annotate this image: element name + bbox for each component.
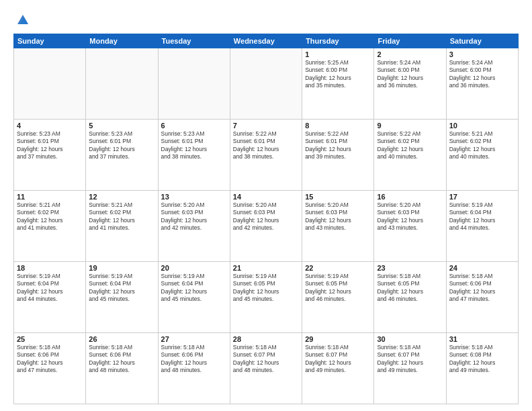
logo-icon <box>15 12 31 28</box>
day-number: 30 <box>377 335 443 343</box>
table-row: 5Sunrise: 5:23 AMSunset: 6:01 PMDaylight… <box>86 120 158 191</box>
calendar-week-row: 18Sunrise: 5:19 AMSunset: 6:04 PMDayligh… <box>14 262 519 333</box>
day-number: 10 <box>449 122 515 130</box>
day-number: 16 <box>377 193 443 201</box>
table-row: 12Sunrise: 5:21 AMSunset: 6:02 PMDayligh… <box>86 191 158 262</box>
table-row: 6Sunrise: 5:23 AMSunset: 6:01 PMDaylight… <box>158 120 230 191</box>
table-row: 10Sunrise: 5:21 AMSunset: 6:02 PMDayligh… <box>446 120 518 191</box>
day-number: 23 <box>377 264 443 272</box>
day-content: Sunrise: 5:18 AMSunset: 6:06 PMDaylight:… <box>17 344 83 375</box>
day-number: 27 <box>161 335 227 343</box>
table-row: 9Sunrise: 5:22 AMSunset: 6:02 PMDaylight… <box>374 120 446 191</box>
calendar-week-row: 11Sunrise: 5:21 AMSunset: 6:02 PMDayligh… <box>14 191 519 262</box>
day-number: 18 <box>17 264 83 272</box>
day-number: 17 <box>449 193 515 201</box>
day-number: 19 <box>89 264 154 272</box>
table-row: 17Sunrise: 5:19 AMSunset: 6:04 PMDayligh… <box>446 191 518 262</box>
day-content: Sunrise: 5:24 AMSunset: 6:00 PMDaylight:… <box>377 59 443 90</box>
table-row: 19Sunrise: 5:19 AMSunset: 6:04 PMDayligh… <box>86 262 158 333</box>
table-row: 16Sunrise: 5:20 AMSunset: 6:03 PMDayligh… <box>374 191 446 262</box>
day-content: Sunrise: 5:18 AMSunset: 6:06 PMDaylight:… <box>161 344 227 375</box>
day-content: Sunrise: 5:19 AMSunset: 6:04 PMDaylight:… <box>17 273 83 304</box>
day-number: 2 <box>377 50 443 58</box>
table-row: 8Sunrise: 5:22 AMSunset: 6:01 PMDaylight… <box>302 120 374 191</box>
day-content: Sunrise: 5:21 AMSunset: 6:02 PMDaylight:… <box>449 130 515 161</box>
day-content: Sunrise: 5:18 AMSunset: 6:05 PMDaylight:… <box>377 273 443 304</box>
col-wednesday: Wednesday <box>230 34 302 48</box>
table-row: 3Sunrise: 5:24 AMSunset: 6:00 PMDaylight… <box>446 48 518 120</box>
table-row: 15Sunrise: 5:20 AMSunset: 6:03 PMDayligh… <box>302 191 374 262</box>
table-row: 2Sunrise: 5:24 AMSunset: 6:00 PMDaylight… <box>374 48 446 120</box>
day-content: Sunrise: 5:21 AMSunset: 6:02 PMDaylight:… <box>89 201 154 232</box>
day-content: Sunrise: 5:18 AMSunset: 6:07 PMDaylight:… <box>377 344 443 375</box>
day-content: Sunrise: 5:19 AMSunset: 6:05 PMDaylight:… <box>305 273 371 304</box>
day-content: Sunrise: 5:20 AMSunset: 6:03 PMDaylight:… <box>305 201 371 232</box>
day-content: Sunrise: 5:18 AMSunset: 6:07 PMDaylight:… <box>305 344 371 375</box>
page: Sunday Monday Tuesday Wednesday Thursday… <box>0 0 532 411</box>
table-row: 18Sunrise: 5:19 AMSunset: 6:04 PMDayligh… <box>14 262 86 333</box>
table-row: 24Sunrise: 5:18 AMSunset: 6:06 PMDayligh… <box>446 262 518 333</box>
day-content: Sunrise: 5:18 AMSunset: 6:06 PMDaylight:… <box>449 273 515 304</box>
day-content: Sunrise: 5:22 AMSunset: 6:01 PMDaylight:… <box>233 130 299 161</box>
day-number: 11 <box>17 193 83 201</box>
table-row: 1Sunrise: 5:25 AMSunset: 6:00 PMDaylight… <box>302 48 374 120</box>
col-sunday: Sunday <box>14 34 86 48</box>
col-tuesday: Tuesday <box>158 34 230 48</box>
table-row: 23Sunrise: 5:18 AMSunset: 6:05 PMDayligh… <box>374 262 446 333</box>
day-number: 22 <box>305 264 371 272</box>
table-row: 31Sunrise: 5:18 AMSunset: 6:08 PMDayligh… <box>446 333 518 404</box>
day-content: Sunrise: 5:23 AMSunset: 6:01 PMDaylight:… <box>161 130 227 161</box>
day-number: 25 <box>17 335 83 343</box>
day-number: 7 <box>233 122 299 130</box>
day-number: 29 <box>305 335 371 343</box>
day-content: Sunrise: 5:25 AMSunset: 6:00 PMDaylight:… <box>305 59 371 90</box>
day-content: Sunrise: 5:18 AMSunset: 6:08 PMDaylight:… <box>449 344 515 375</box>
day-number: 12 <box>89 193 154 201</box>
table-row <box>230 48 302 120</box>
day-content: Sunrise: 5:22 AMSunset: 6:01 PMDaylight:… <box>305 130 371 161</box>
day-number: 3 <box>449 50 515 58</box>
day-number: 4 <box>17 122 83 130</box>
table-row: 4Sunrise: 5:23 AMSunset: 6:01 PMDaylight… <box>14 120 86 191</box>
table-row: 7Sunrise: 5:22 AMSunset: 6:01 PMDaylight… <box>230 120 302 191</box>
day-number: 15 <box>305 193 371 201</box>
table-row: 20Sunrise: 5:19 AMSunset: 6:04 PMDayligh… <box>158 262 230 333</box>
day-content: Sunrise: 5:19 AMSunset: 6:04 PMDaylight:… <box>161 273 227 304</box>
day-content: Sunrise: 5:23 AMSunset: 6:01 PMDaylight:… <box>17 130 83 161</box>
table-row: 26Sunrise: 5:18 AMSunset: 6:06 PMDayligh… <box>86 333 158 404</box>
logo <box>13 12 31 28</box>
table-row: 30Sunrise: 5:18 AMSunset: 6:07 PMDayligh… <box>374 333 446 404</box>
table-row: 29Sunrise: 5:18 AMSunset: 6:07 PMDayligh… <box>302 333 374 404</box>
day-number: 20 <box>161 264 227 272</box>
table-row: 28Sunrise: 5:18 AMSunset: 6:07 PMDayligh… <box>230 333 302 404</box>
table-row: 14Sunrise: 5:20 AMSunset: 6:03 PMDayligh… <box>230 191 302 262</box>
col-saturday: Saturday <box>446 34 518 48</box>
table-row: 25Sunrise: 5:18 AMSunset: 6:06 PMDayligh… <box>14 333 86 404</box>
day-number: 9 <box>377 122 443 130</box>
table-row: 27Sunrise: 5:18 AMSunset: 6:06 PMDayligh… <box>158 333 230 404</box>
calendar-week-row: 4Sunrise: 5:23 AMSunset: 6:01 PMDaylight… <box>14 120 519 191</box>
day-content: Sunrise: 5:20 AMSunset: 6:03 PMDaylight:… <box>377 201 443 232</box>
day-content: Sunrise: 5:24 AMSunset: 6:00 PMDaylight:… <box>449 59 515 90</box>
calendar-week-row: 25Sunrise: 5:18 AMSunset: 6:06 PMDayligh… <box>14 333 519 404</box>
table-row <box>86 48 158 120</box>
day-number: 5 <box>89 122 154 130</box>
table-row <box>14 48 86 120</box>
day-number: 1 <box>305 50 371 58</box>
table-row: 11Sunrise: 5:21 AMSunset: 6:02 PMDayligh… <box>14 191 86 262</box>
col-monday: Monday <box>86 34 158 48</box>
day-content: Sunrise: 5:19 AMSunset: 6:05 PMDaylight:… <box>233 273 299 304</box>
day-number: 28 <box>233 335 299 343</box>
table-row <box>158 48 230 120</box>
day-content: Sunrise: 5:20 AMSunset: 6:03 PMDaylight:… <box>161 201 227 232</box>
day-number: 24 <box>449 264 515 272</box>
day-content: Sunrise: 5:19 AMSunset: 6:04 PMDaylight:… <box>449 201 515 232</box>
day-content: Sunrise: 5:23 AMSunset: 6:01 PMDaylight:… <box>89 130 154 161</box>
day-number: 13 <box>161 193 227 201</box>
day-content: Sunrise: 5:18 AMSunset: 6:06 PMDaylight:… <box>89 344 154 375</box>
day-number: 14 <box>233 193 299 201</box>
calendar-week-row: 1Sunrise: 5:25 AMSunset: 6:00 PMDaylight… <box>14 48 519 120</box>
day-content: Sunrise: 5:21 AMSunset: 6:02 PMDaylight:… <box>17 201 83 232</box>
calendar-table: Sunday Monday Tuesday Wednesday Thursday… <box>13 34 519 404</box>
table-row: 21Sunrise: 5:19 AMSunset: 6:05 PMDayligh… <box>230 262 302 333</box>
